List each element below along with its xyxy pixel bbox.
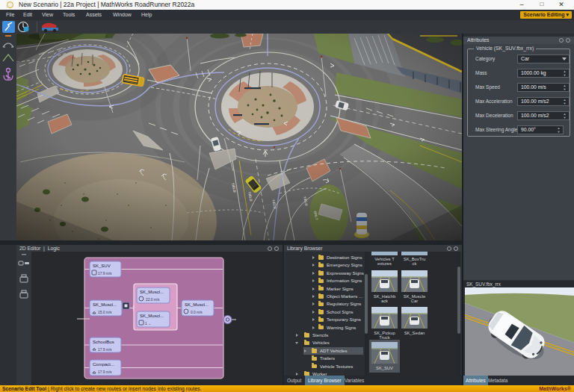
svg-text:SchoolBus: SchoolBus [93, 340, 114, 344]
svg-text:SK_Muscl...: SK_Muscl... [140, 290, 164, 294]
svg-text:22.0 m/s: 22.0 m/s [146, 298, 160, 302]
svg-text:Compact...: Compact... [93, 362, 114, 367]
svg-text:15.0 m/s: 15.0 m/s [98, 311, 112, 314]
svg-text:SK_Muscl...: SK_Muscl... [140, 314, 164, 318]
svg-text:SK_SUV: SK_SUV [93, 264, 111, 268]
svg-text:17.9 m/s: 17.9 m/s [98, 370, 112, 374]
svg-text:1 ←: 1 ← [145, 322, 152, 326]
svg-text:17.9 m/s: 17.9 m/s [98, 272, 112, 276]
svg-text:SK_Muscl...: SK_Muscl... [185, 302, 209, 307]
svg-text:0.0 m/s: 0.0 m/s [191, 311, 203, 314]
svg-text:17.9 m/s: 17.9 m/s [98, 348, 112, 352]
svg-text:SK_Muscl...: SK_Muscl... [93, 302, 117, 307]
